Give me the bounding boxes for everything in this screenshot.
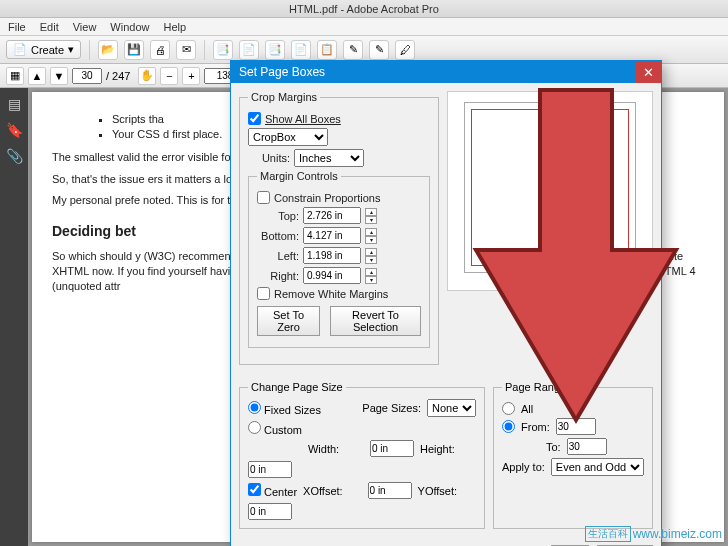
- from-pages-radio[interactable]: [502, 420, 515, 433]
- chevron-down-icon: ▾: [68, 43, 74, 56]
- attachments-icon[interactable]: 📎: [6, 148, 23, 164]
- spinner[interactable]: ▴▾: [365, 208, 377, 224]
- dialog-title: Set Page Boxes: [239, 65, 325, 79]
- current-page-input[interactable]: [72, 68, 102, 84]
- tool-icon[interactable]: ✎: [343, 40, 363, 60]
- margin-right-input[interactable]: [303, 267, 361, 284]
- margin-controls-group: Margin Controls Constrain Proportions To…: [248, 170, 430, 348]
- center-checkbox[interactable]: [248, 483, 261, 496]
- page-range-group: Page Range All From: To: Apply to: Even …: [493, 381, 653, 529]
- margin-left-input[interactable]: [303, 247, 361, 264]
- units-select[interactable]: Inches: [294, 149, 364, 167]
- menu-edit[interactable]: Edit: [40, 21, 59, 33]
- tool-icon[interactable]: 📄: [291, 40, 311, 60]
- page-total: / 247: [106, 70, 130, 82]
- to-input[interactable]: [567, 438, 607, 455]
- print-icon[interactable]: 🖨: [150, 40, 170, 60]
- mail-icon[interactable]: ✉: [176, 40, 196, 60]
- show-all-boxes-label: Show All Boxes: [265, 113, 341, 125]
- close-icon[interactable]: ✕: [635, 61, 661, 83]
- all-pages-radio[interactable]: [502, 402, 515, 415]
- save-icon[interactable]: 💾: [124, 40, 144, 60]
- show-all-boxes-checkbox[interactable]: [248, 112, 261, 125]
- open-icon[interactable]: 📂: [98, 40, 118, 60]
- watermark-chars: 生活百科: [584, 526, 631, 542]
- crop-margins-group: Crop Margins Show All Boxes CropBox Unit…: [239, 91, 439, 365]
- spinner[interactable]: ▴▾: [365, 248, 377, 264]
- remove-white-checkbox[interactable]: [257, 287, 270, 300]
- watermark: 生活百科 www.bimeiz.com: [584, 526, 722, 542]
- app-title: HTML.pdf - Adobe Acrobat Pro: [289, 3, 439, 15]
- margin-top-input[interactable]: [303, 207, 361, 224]
- menu-view[interactable]: View: [73, 21, 97, 33]
- page-toggle-icon[interactable]: ▦: [6, 67, 24, 85]
- thumbnails-icon[interactable]: ▤: [8, 96, 21, 112]
- hand-tool-icon[interactable]: ✋: [138, 67, 156, 85]
- menubar: File Edit View Window Help: [0, 18, 728, 36]
- set-to-zero-button[interactable]: Set To Zero: [257, 306, 320, 336]
- tool-icon[interactable]: ✎: [369, 40, 389, 60]
- window-titlebar: HTML.pdf - Adobe Acrobat Pro: [0, 0, 728, 18]
- custom-radio[interactable]: [248, 421, 261, 434]
- menu-help[interactable]: Help: [163, 21, 186, 33]
- yoffset-input[interactable]: [248, 503, 292, 520]
- constrain-checkbox[interactable]: [257, 191, 270, 204]
- menu-window[interactable]: Window: [110, 21, 149, 33]
- tool-icon[interactable]: 📄: [239, 40, 259, 60]
- left-panel: ▤ 🔖 📎: [0, 88, 28, 546]
- set-page-boxes-dialog: Set Page Boxes ✕ Crop Margins Show All B…: [230, 60, 662, 546]
- menu-file[interactable]: File: [8, 21, 26, 33]
- spinner[interactable]: ▴▾: [365, 228, 377, 244]
- tool-icon[interactable]: 📑: [213, 40, 233, 60]
- create-button[interactable]: 📄 Create ▾: [6, 40, 81, 59]
- tool-icon[interactable]: 📑: [265, 40, 285, 60]
- page-preview: [447, 91, 653, 291]
- watermark-url: www.bimeiz.com: [633, 527, 722, 541]
- tool-icon[interactable]: 🖊: [395, 40, 415, 60]
- fixed-sizes-radio[interactable]: [248, 401, 261, 414]
- boxtype-select[interactable]: CropBox: [248, 128, 328, 146]
- zoom-in-icon[interactable]: +: [182, 67, 200, 85]
- page-up-icon[interactable]: ▲: [28, 67, 46, 85]
- apply-to-select[interactable]: Even and Odd: [551, 458, 644, 476]
- zoom-out-icon[interactable]: −: [160, 67, 178, 85]
- revert-button[interactable]: Revert To Selection: [330, 306, 421, 336]
- tool-icon[interactable]: 📋: [317, 40, 337, 60]
- bookmarks-icon[interactable]: 🔖: [6, 122, 23, 138]
- create-icon: 📄: [13, 43, 27, 56]
- from-input[interactable]: [556, 418, 596, 435]
- height-input[interactable]: [248, 461, 292, 478]
- dialog-titlebar[interactable]: Set Page Boxes ✕: [231, 61, 661, 83]
- change-page-size-group: Change Page Size Fixed Sizes Page Sizes:…: [239, 381, 485, 529]
- spinner[interactable]: ▴▾: [365, 268, 377, 284]
- width-input[interactable]: [370, 440, 414, 457]
- xoffset-input[interactable]: [368, 482, 412, 499]
- margin-bottom-input[interactable]: [303, 227, 361, 244]
- page-down-icon[interactable]: ▼: [50, 67, 68, 85]
- page-sizes-select[interactable]: None: [427, 399, 476, 417]
